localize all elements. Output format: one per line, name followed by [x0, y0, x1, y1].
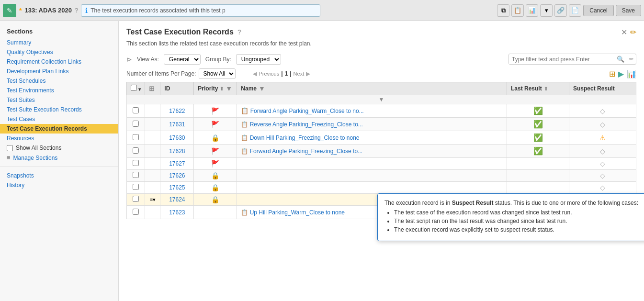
row-checkbox[interactable]: [133, 209, 139, 215]
edit-section-icon[interactable]: ✏: [630, 28, 636, 37]
row-name-link[interactable]: Down Hill Parking_Freezing_Close to none: [250, 134, 360, 141]
col-id-label: ID: [164, 85, 170, 92]
priority-col-toggle[interactable]: ▼: [226, 85, 232, 92]
section-help-icon[interactable]: ?: [237, 28, 242, 36]
close-section-icon[interactable]: ✕: [621, 28, 627, 37]
row-name[interactable]: 📋 Forward Angle Parking_Freezing_Close t…: [237, 145, 507, 158]
row-checkbox[interactable]: [133, 121, 139, 127]
col-header-suspect-result[interactable]: Suspect Result: [569, 82, 636, 95]
paste-icon-btn[interactable]: 📋: [511, 4, 524, 17]
link-icon-btn[interactable]: 🔗: [554, 4, 567, 17]
export-icon[interactable]: 📊: [627, 69, 636, 78]
sidebar-item-requirement-collection-links[interactable]: Requirement Collection Links: [0, 57, 118, 67]
filter-edit-icon[interactable]: ✏: [627, 55, 636, 64]
row-name[interactable]: [237, 182, 507, 194]
show-all-sections-checkbox[interactable]: [7, 145, 13, 151]
row-checkbox[interactable]: [133, 196, 139, 202]
sidebar-label-tcer: Test Case Execution Records: [7, 125, 87, 132]
row-id[interactable]: 17630: [160, 131, 194, 145]
tooltip-line1: The execution record is in: [384, 200, 452, 206]
row-name[interactable]: 📋 Down Hill Parking_Freezing_Close to no…: [237, 131, 507, 145]
sidebar-item-test-cases[interactable]: Test Cases: [0, 114, 118, 124]
sidebar-item-test-case-execution-records[interactable]: Test Case Execution Records: [0, 124, 118, 134]
row-checkbox[interactable]: [133, 172, 139, 178]
row-id[interactable]: 17622: [160, 104, 194, 118]
filter-input[interactable]: [509, 55, 614, 64]
prev-page-link[interactable]: Previous: [259, 71, 279, 77]
col-last-result-label: Last Result: [511, 85, 542, 92]
row-menu-icon[interactable]: ≡▾: [150, 197, 156, 202]
notification-text: The test execution records associated wi…: [90, 7, 225, 14]
view-as-select[interactable]: General: [164, 54, 201, 65]
row-id[interactable]: 17623: [160, 206, 194, 219]
play-icon[interactable]: ▶: [618, 69, 624, 78]
row-name[interactable]: 📋 Forward Angle Parking_Warm_Close to no…: [237, 104, 507, 118]
search-icon[interactable]: 🔍: [614, 54, 627, 64]
row-checkbox[interactable]: [133, 134, 139, 140]
row-id[interactable]: 17631: [160, 118, 194, 131]
col-header-name[interactable]: Name ▼: [237, 82, 507, 95]
name-col-dropdown[interactable]: ▼: [259, 85, 265, 92]
row-checkbox[interactable]: [133, 160, 139, 166]
last-page-icon[interactable]: ▶: [306, 71, 310, 77]
show-all-sections-label: Show All Sections: [16, 145, 61, 151]
sidebar-item-development-plan-links[interactable]: Development Plan Links: [0, 67, 118, 76]
chart-icon-btn[interactable]: 📊: [526, 4, 538, 17]
col-header-priority[interactable]: Priority ⬆ ▼: [194, 82, 237, 95]
row-name-link[interactable]: Forward Angle Parking_Freezing_Close to.…: [250, 148, 362, 155]
row-icon-cell: [145, 104, 160, 118]
col-expand-arrow[interactable]: ▼: [379, 96, 384, 103]
last-result-sort-icon[interactable]: ⬆: [544, 86, 548, 91]
col-icon: ⊞: [149, 85, 155, 92]
help-icon[interactable]: ?: [75, 7, 78, 14]
copy-icon-btn[interactable]: ⧉: [497, 4, 509, 17]
sidebar-item-resources[interactable]: Resources: [0, 134, 118, 143]
row-name[interactable]: 📋 Reverse Angle Parking_Freezing_Close t…: [237, 118, 507, 131]
sidebar-item-manage-sections[interactable]: ≡ Manage Sections: [0, 153, 118, 163]
col-header-last-result[interactable]: Last Result ⬆: [507, 82, 569, 95]
clipboard-icon-btn[interactable]: 📄: [569, 4, 581, 17]
per-page-select[interactable]: Show All: [199, 68, 236, 79]
sidebar-item-test-suite-execution-records[interactable]: Test Suite Execution Records: [0, 105, 118, 114]
sidebar-label-tsex-records: Test Suite Execution Records: [7, 106, 82, 113]
sidebar-item-history[interactable]: History: [0, 180, 118, 190]
first-page-icon[interactable]: ◀: [253, 71, 257, 77]
cancel-button[interactable]: Cancel: [583, 5, 613, 16]
grid-icon[interactable]: ⊞: [609, 69, 615, 78]
sidebar-item-quality-objectives[interactable]: Quality Objectives: [0, 47, 118, 57]
dropdown-icon-btn[interactable]: ▾: [540, 4, 553, 17]
row-name-link[interactable]: Reverse Angle Parking_Freezing_Close to.…: [250, 121, 363, 128]
sidebar-item-summary[interactable]: Summary: [0, 38, 118, 47]
row-name[interactable]: [237, 170, 507, 182]
next-page-link[interactable]: Next: [294, 71, 305, 77]
row-checkbox[interactable]: [133, 107, 139, 113]
row-id[interactable]: 17625: [160, 182, 194, 194]
sidebar-label-test-environments: Test Environments: [7, 87, 54, 94]
priority-sort-icon[interactable]: ⬆: [220, 86, 224, 91]
group-by-select[interactable]: Ungrouped: [236, 54, 281, 65]
col-header-id[interactable]: ID: [160, 82, 194, 95]
sidebar-item-test-suites[interactable]: Test Suites: [0, 95, 118, 105]
expand-icon[interactable]: ⊳: [126, 56, 132, 63]
per-page-label: Number of Items Per Page:: [126, 70, 196, 77]
row-id[interactable]: 17624: [160, 194, 194, 206]
row-checkbox[interactable]: [133, 184, 139, 190]
row-name-link[interactable]: Forward Angle Parking_Warm_Close to no..…: [250, 108, 364, 114]
tooltip-line1-end: status. This is due to one or more of th…: [493, 200, 638, 206]
current-page: 1: [285, 70, 288, 77]
row-id[interactable]: 17626: [160, 170, 194, 182]
sidebar-item-test-environments[interactable]: Test Environments: [0, 86, 118, 95]
row-id[interactable]: 17628: [160, 145, 194, 158]
sidebar-label-manage-sections: Manage Sections: [13, 155, 58, 161]
row-id[interactable]: 17627: [160, 158, 194, 170]
sidebar-item-snapshots[interactable]: Snapshots: [0, 171, 118, 180]
top-bar: ✎ * 133: ADAS 2020 ? ℹ The test executio…: [0, 0, 644, 21]
show-all-sections-item[interactable]: Show All Sections: [0, 143, 118, 153]
save-button[interactable]: Save: [616, 5, 641, 16]
sidebar-item-test-schedules[interactable]: Test Schedules: [0, 76, 118, 86]
col-dropdown-icon[interactable]: ▾: [138, 87, 141, 92]
row-checkbox[interactable]: [133, 147, 139, 154]
row-name[interactable]: [237, 158, 507, 170]
select-all-checkbox[interactable]: [131, 85, 137, 91]
row-name-link[interactable]: Up Hill Parking_Warm_Close to none: [250, 209, 345, 216]
